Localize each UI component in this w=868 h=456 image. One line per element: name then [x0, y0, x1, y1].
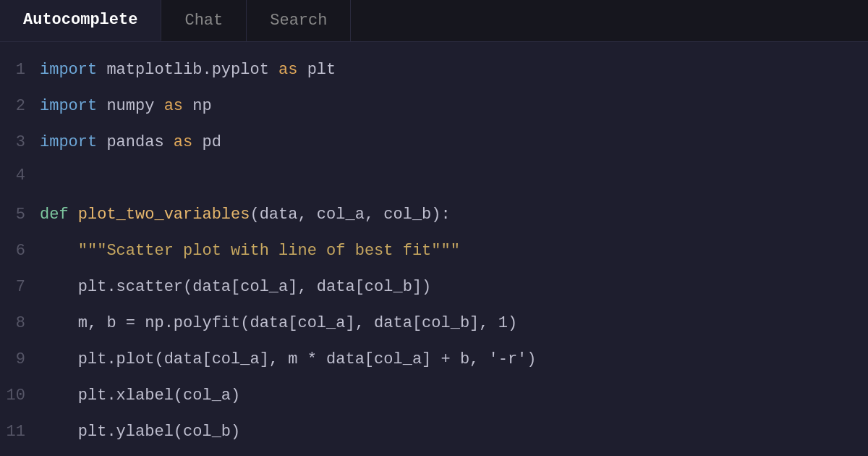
- tab-search-label: Search: [270, 12, 327, 30]
- token-plain: pd: [192, 133, 221, 151]
- token-kw-def: def: [40, 206, 69, 224]
- token-kw-as: as: [174, 133, 192, 151]
- token-plain: plt.scatter(data[col_a], data[col_b]): [40, 278, 431, 296]
- token-func-name: plot_two_variables: [78, 206, 250, 224]
- line-content: plt.plot(data[col_a], m * data[col_a] + …: [40, 347, 537, 371]
- line-content: """Scatter plot with line of best fit""": [40, 239, 460, 263]
- code-line: 4: [0, 165, 868, 201]
- token-plain: plt: [297, 61, 336, 79]
- line-number: 3: [0, 133, 40, 151]
- tab-bar: Autocomplete Chat Search: [0, 0, 868, 42]
- token-plain: plt.xlabel(col_a): [40, 387, 240, 405]
- token-kw-import: import: [40, 133, 97, 151]
- token-plain: matplotlib.pyplot: [97, 61, 278, 79]
- code-line: 7 plt.scatter(data[col_a], data[col_b]): [0, 274, 868, 310]
- line-content: plt.ylabel(col_b): [40, 420, 240, 444]
- line-number: 7: [0, 278, 40, 296]
- token-kw-import: import: [40, 97, 97, 115]
- token-plain: pandas: [97, 133, 174, 151]
- tab-search[interactable]: Search: [247, 0, 351, 41]
- line-content: plt.xlabel(col_a): [40, 384, 240, 408]
- line-content: plt.scatter(data[col_a], data[col_b]): [40, 275, 431, 299]
- line-content: import numpy as np: [40, 94, 212, 118]
- line-number: 5: [0, 206, 40, 224]
- tab-chat[interactable]: Chat: [161, 0, 247, 41]
- line-content: import matplotlib.pyplot as plt: [40, 58, 336, 82]
- token-string: """Scatter plot with line of best fit""": [78, 242, 460, 260]
- tab-chat-label: Chat: [184, 12, 223, 30]
- token-kw-as: as: [164, 97, 183, 115]
- line-content: def plot_two_variables(data, col_a, col_…: [40, 203, 451, 227]
- token-plain: plt.ylabel(col_b): [40, 423, 240, 441]
- code-line: 9 plt.plot(data[col_a], m * data[col_a] …: [0, 346, 868, 382]
- token-plain: [40, 242, 78, 260]
- line-number: 2: [0, 97, 40, 115]
- code-line: 11 plt.ylabel(col_b): [0, 418, 868, 455]
- line-number: 8: [0, 314, 40, 332]
- tab-autocomplete[interactable]: Autocomplete: [0, 0, 161, 41]
- code-editor: 1import matplotlib.pyplot as plt2import …: [0, 42, 868, 456]
- line-number: 10: [0, 387, 40, 405]
- code-line: 3import pandas as pd: [0, 129, 868, 165]
- token-plain: plt.plot(data[col_a], m * data[col_a] + …: [40, 350, 537, 368]
- token-plain: (data, col_a, col_b):: [250, 206, 450, 224]
- token-plain: [69, 206, 78, 224]
- code-line: 1import matplotlib.pyplot as plt: [0, 56, 868, 93]
- code-line: 6 """Scatter plot with line of best fit"…: [0, 237, 868, 274]
- token-kw-as: as: [278, 61, 297, 79]
- code-line: 5def plot_two_variables(data, col_a, col…: [0, 201, 868, 237]
- code-line: 2import numpy as np: [0, 93, 868, 129]
- line-number: 9: [0, 350, 40, 368]
- code-line: 10 plt.xlabel(col_a): [0, 382, 868, 418]
- tab-autocomplete-label: Autocomplete: [23, 11, 137, 29]
- token-plain: m, b = np.polyfit(data[col_a], data[col_…: [40, 314, 517, 332]
- token-plain: numpy: [97, 97, 163, 115]
- line-number: 11: [0, 423, 40, 441]
- line-content: import pandas as pd: [40, 130, 221, 154]
- line-number: 4: [0, 166, 40, 185]
- line-number: 6: [0, 242, 40, 260]
- token-plain: np: [183, 97, 212, 115]
- line-content: m, b = np.polyfit(data[col_a], data[col_…: [40, 311, 517, 335]
- line-number: 1: [0, 61, 40, 79]
- code-line: 8 m, b = np.polyfit(data[col_a], data[co…: [0, 310, 868, 346]
- token-kw-import: import: [40, 61, 97, 79]
